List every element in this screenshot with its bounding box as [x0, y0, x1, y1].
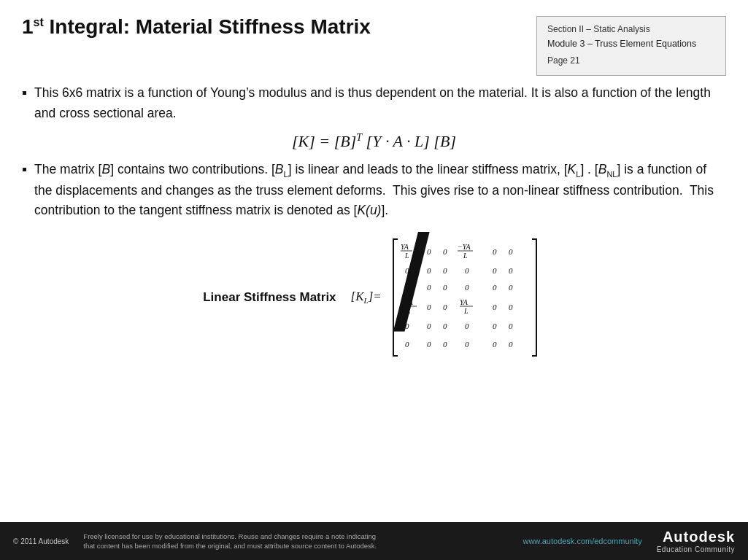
svg-text:0: 0	[443, 322, 447, 330]
svg-text:−YA: −YA	[400, 298, 414, 306]
kl-bracket-label: [KL]=	[351, 289, 382, 305]
footer-license-line1: Freely licensed for use by educational i…	[83, 532, 508, 541]
section-line2: Module 3 – Truss Element Equations	[547, 36, 715, 51]
svg-text:0: 0	[509, 303, 513, 311]
autodesk-logo-text: Autodesk	[663, 529, 735, 545]
svg-text:0: 0	[443, 283, 447, 292]
svg-text:YA: YA	[460, 298, 469, 306]
footer-brand: Autodesk Education Community	[657, 529, 735, 553]
svg-text:0: 0	[405, 283, 409, 292]
bullet-text-1: This 6x6 matrix is a function of Young’s…	[34, 83, 726, 122]
svg-text:0: 0	[493, 340, 497, 349]
svg-text:0: 0	[427, 283, 431, 292]
footer-url[interactable]: www.autodesk.com/edcommunity	[523, 537, 641, 545]
bullet-icon-1: ▪	[22, 85, 27, 101]
svg-text:0: 0	[509, 247, 513, 256]
svg-text:0: 0	[465, 340, 469, 349]
content-area: ▪ This 6x6 matrix is a function of Young…	[0, 83, 748, 522]
bullet-text-2: The matrix [B] contains two contribution…	[34, 160, 726, 220]
svg-text:0: 0	[405, 322, 409, 330]
svg-text:0: 0	[427, 266, 431, 275]
svg-text:0: 0	[493, 283, 497, 292]
formula-k-equation: [K] = [B]T [Y · A · L] [B]	[22, 132, 726, 151]
footer: © 2011 Autodesk Freely licensed for use …	[0, 522, 748, 560]
bullet-item-1: ▪ This 6x6 matrix is a function of Young…	[22, 83, 726, 122]
svg-text:0: 0	[509, 322, 513, 330]
svg-text:0: 0	[509, 283, 513, 292]
svg-text:0: 0	[493, 322, 497, 330]
svg-text:L: L	[463, 252, 468, 260]
svg-text:0: 0	[509, 266, 513, 275]
linear-stiffness-matrix-svg: ⎡ YA L 0 0 −YA L	[385, 232, 545, 363]
footer-license-line2: that content has been modified from the …	[83, 541, 508, 551]
svg-text:0: 0	[443, 247, 447, 256]
svg-text:0: 0	[493, 303, 497, 311]
svg-text:0: 0	[427, 340, 431, 349]
svg-text:YA: YA	[401, 243, 409, 251]
section-line1: Section II – Static Analysis	[547, 23, 715, 36]
svg-text:0: 0	[493, 247, 497, 256]
matrix-label: Linear Stiffness Matrix	[203, 290, 336, 305]
svg-text:L: L	[463, 307, 469, 315]
matrix-section: Linear Stiffness Matrix [KL]= ⎡ YA	[22, 232, 726, 363]
page-title: 1st Integral: Material Stiffness Matrix	[22, 16, 371, 39]
svg-text:0: 0	[509, 340, 513, 349]
title-text: Integral: Material Stiffness Matrix	[44, 15, 371, 38]
svg-text:0: 0	[405, 340, 409, 349]
svg-text:L: L	[406, 307, 411, 315]
svg-text:0: 0	[493, 266, 497, 275]
footer-copyright: © 2011 Autodesk	[13, 537, 69, 545]
page-container: 1st Integral: Material Stiffness Matrix …	[0, 0, 748, 560]
svg-text:0: 0	[427, 303, 431, 311]
svg-text:0: 0	[465, 266, 469, 275]
svg-text:L: L	[404, 252, 409, 260]
svg-text:0: 0	[465, 322, 469, 330]
title-superscript: st	[34, 16, 44, 28]
title-block: 1st Integral: Material Stiffness Matrix	[22, 16, 522, 39]
bullet1-content: This 6x6 matrix is a function of Young’s…	[34, 85, 711, 120]
svg-text:0: 0	[405, 266, 409, 275]
header-area: 1st Integral: Material Stiffness Matrix …	[0, 0, 748, 83]
section-info-box: Section II – Static Analysis Module 3 – …	[536, 16, 726, 76]
section-line3: Page 21	[547, 54, 715, 68]
svg-text:−YA: −YA	[458, 243, 471, 251]
footer-license: Freely licensed for use by educational i…	[83, 532, 508, 551]
bullet-item-2: ▪ The matrix [B] contains two contributi…	[22, 160, 726, 220]
footer-edu-community: Education Community	[657, 545, 735, 553]
svg-text:0: 0	[443, 340, 447, 349]
svg-text:0: 0	[427, 322, 431, 330]
svg-text:0: 0	[443, 266, 447, 275]
matrix-equation: [KL]= ⎡ YA L 0 0	[351, 232, 545, 363]
svg-text:0: 0	[427, 247, 431, 256]
formula-k-text: [K] = [B]T [Y · A · L] [B]	[292, 132, 456, 151]
bullet-icon-2: ▪	[22, 161, 27, 178]
svg-text:0: 0	[443, 303, 447, 311]
svg-text:0: 0	[465, 283, 469, 292]
